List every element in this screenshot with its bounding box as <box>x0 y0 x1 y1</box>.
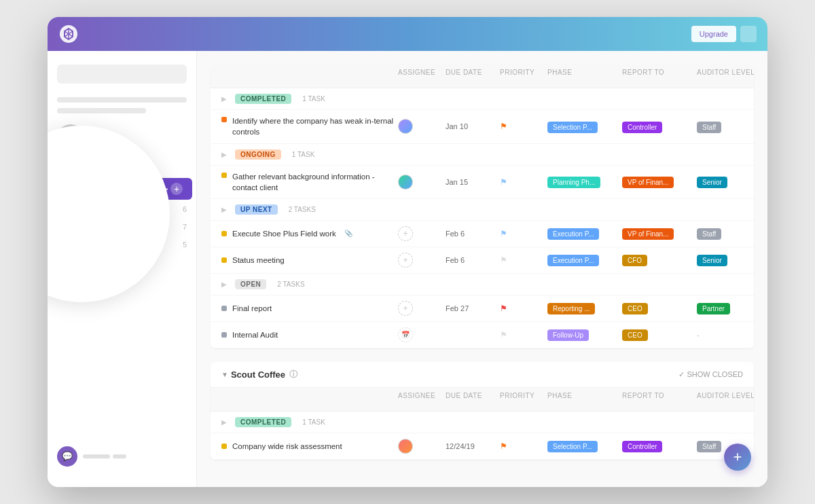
scout-date: 12/24/19 <box>446 442 500 450</box>
scout-priority-flag: ⚑ <box>500 442 507 451</box>
phase-6: Follow-Up <box>547 328 622 341</box>
auditor-3: Staff <box>697 227 754 240</box>
priority-flag-2: ⚑ <box>500 177 507 187</box>
section-corporate-audits: ASSIGNEE DUE DATE PRIORITY PHASE REPORT … <box>211 65 754 348</box>
attach-icon: 📎 <box>344 230 352 237</box>
group-open: ▶ OPEN 2 TASKS <box>211 274 754 295</box>
group-up-next: ▶ UP NEXT 2 TASKS <box>211 199 754 221</box>
group-completed-1: ▶ COMPLETED 1 TASK <box>211 88 754 110</box>
sub-circle-icon-3: ◦ <box>69 240 79 249</box>
avatar-2 <box>398 175 413 190</box>
scout-col-due-date: DUE DATE <box>446 392 500 407</box>
assignee-placeholder-4: + <box>398 253 413 268</box>
priority-6: ⚑ <box>500 330 547 340</box>
report-tag-6: CEO <box>622 329 648 341</box>
upgrade-button[interactable]: Upgrade <box>691 26 736 42</box>
report-tag-5: CEO <box>622 303 648 314</box>
phase-tag-6: Follow-Up <box>547 329 589 341</box>
add-item-button[interactable]: + <box>170 183 183 195</box>
priority-cell: ⚑ <box>500 122 547 131</box>
scout-avatar <box>398 439 413 454</box>
priority-2: ⚑ <box>500 177 547 187</box>
sidebar-item-shoe-plus[interactable]: ◦ Shoe Plus 6 <box>48 200 196 218</box>
status-badge-open: OPEN <box>235 279 266 289</box>
auditor-dash: - <box>697 331 700 340</box>
sidebar-item-corporate-audits[interactable]: Corporate Audits + <box>52 178 192 200</box>
auditor-tag-2: Senior <box>697 177 727 188</box>
group-expand-icon-2[interactable]: ▶ <box>221 151 227 158</box>
table-row: Status meeting + Feb 6 ⚑ Execution P... … <box>211 247 754 274</box>
report-6: CEO <box>622 328 697 341</box>
assignee-4: + <box>398 253 446 268</box>
sidebar-item-zagg[interactable]: ◦ Zagg 5 <box>48 236 196 253</box>
date-2: Jan 15 <box>446 178 500 186</box>
scout-assignee <box>398 439 446 454</box>
section-label-text: Tax Preparation <box>71 164 128 173</box>
header-btn2[interactable] <box>740 26 757 42</box>
group-count-1: 1 TASK <box>302 95 325 103</box>
date-5: Feb 27 <box>446 304 500 312</box>
scout-group-completed: ▶ COMPLETED 1 TASK <box>211 412 754 433</box>
scout-table-header: ASSIGNEE DUE DATE PRIORITY PHASE REPORT … <box>211 388 754 412</box>
scout-col-phase: PHASE <box>547 392 622 407</box>
col-task <box>221 69 398 84</box>
header-buttons: Upgrade <box>691 26 757 42</box>
task-name-4: Status meeting <box>232 256 285 264</box>
group-expand-icon-3[interactable]: ▶ <box>221 206 227 213</box>
report-cell: Controller <box>622 120 697 133</box>
fab-add-button[interactable]: + <box>724 444 751 471</box>
footer-bar-1 <box>83 454 110 458</box>
task-name-cell-6: Internal Audit <box>221 331 398 339</box>
sidebar-item-scout-coffee[interactable]: ◦ Scout Coffee 7 <box>48 218 196 236</box>
sidebar-search-bar <box>57 65 187 84</box>
main-content: ASSIGNEE DUE DATE PRIORITY PHASE REPORT … <box>197 51 767 486</box>
priority-flag-6: ⚑ <box>500 330 507 340</box>
dots-menu[interactable] <box>159 188 168 190</box>
sub-circle-icon-2: ◦ <box>69 222 79 232</box>
phase-4: Execution P... <box>547 253 622 266</box>
assignee-placeholder-3: + <box>398 226 413 241</box>
info-icon[interactable]: ⓘ <box>289 369 297 380</box>
sidebar: 📁 Tax Preparation Corporate Audits <box>48 51 197 486</box>
scout-status-badge: COMPLETED <box>235 417 291 427</box>
date-4: Feb 6 <box>446 256 500 264</box>
table-header: ASSIGNEE DUE DATE PRIORITY PHASE REPORT … <box>211 65 754 88</box>
group-expand-icon-4[interactable]: ▶ <box>221 281 227 288</box>
status-badge-up-next: UP NEXT <box>235 204 278 215</box>
auditor-tag-4: Senior <box>697 255 727 266</box>
show-closed-button[interactable]: ✓ SHOW CLOSED <box>678 370 743 379</box>
sidebar-bar-2 <box>57 108 146 113</box>
col-phase: PHASE <box>547 69 622 84</box>
item-folder-icon <box>61 183 72 194</box>
group-expand-icon[interactable]: ▶ <box>221 95 227 103</box>
col-due-date: DUE DATE <box>446 69 500 84</box>
task-name-3: Execute Shoe Plus Field work <box>232 230 336 238</box>
task-dot-6 <box>221 332 227 338</box>
assignee-cell <box>398 119 446 134</box>
group-count-ongoing: 1 TASK <box>292 151 315 158</box>
table-row: Gather relevant background information -… <box>211 166 754 199</box>
col-priority: PRIORITY <box>500 69 547 84</box>
task-name-cell-4: Status meeting <box>221 256 398 264</box>
assignee-placeholder-6: 📅 <box>398 327 413 342</box>
scout-report: Controller <box>622 439 697 452</box>
sidebar-avatar <box>57 124 84 151</box>
scout-expand-icon[interactable]: ▶ <box>221 418 227 426</box>
col-assignee: ASSIGNEE <box>398 69 446 84</box>
item-actions: + <box>159 183 183 195</box>
group-ongoing: ▶ ONGOING 1 TASK <box>211 144 754 166</box>
scout-group-count: 1 TASK <box>302 418 325 426</box>
scout-coffee-count: 7 <box>183 223 187 231</box>
task-name-cell-5: Final report <box>221 304 398 312</box>
scout-report-tag: Controller <box>622 441 662 452</box>
report-tag-2: VP of Finan... <box>622 177 674 188</box>
report-tag-3: VP of Finan... <box>622 228 674 240</box>
phase-3: Execution P... <box>547 227 622 240</box>
group-count-open: 2 TASKS <box>277 281 304 288</box>
phase-tag-2: Planning Ph... <box>547 177 600 188</box>
col-auditor: AUDITOR LEVEL <box>697 69 754 84</box>
task-dot-2 <box>221 173 227 178</box>
chat-button[interactable]: 💬 <box>57 446 77 467</box>
corporate-audits-label: Corporate Audits <box>76 184 155 194</box>
phase-tag-4: Execution P... <box>547 255 599 266</box>
